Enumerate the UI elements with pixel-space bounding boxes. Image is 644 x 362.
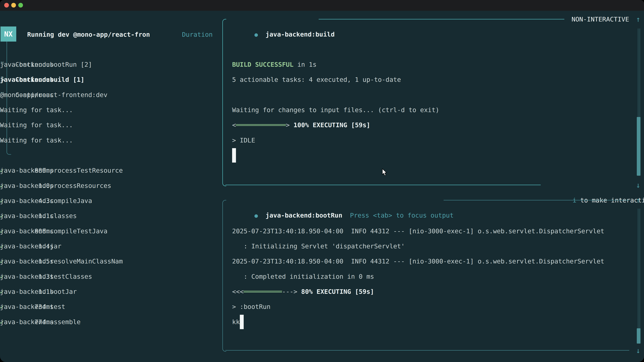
interactive-hint: i to make interactive: [550, 178, 644, 193]
build-panel-title: java-backend:build: [266, 31, 335, 38]
bootrun-panel-border: [222, 200, 226, 352]
task-duration: 889ms: [0, 163, 54, 178]
task-duration: 1.1s: [0, 208, 54, 223]
task-label: Waiting for task...: [0, 117, 73, 133]
bootrun-panel-top-border: [444, 200, 630, 200]
close-window-icon[interactable]: [4, 3, 9, 7]
bootrun-output-line: > :bootRun: [232, 299, 270, 314]
task-duration: 1.3s: [0, 269, 54, 284]
task-duration: 808ms: [0, 224, 54, 239]
task-label: Waiting for task...: [0, 133, 73, 148]
build-output-line: 5 actionable tasks: 4 executed, 1 up-to-…: [232, 72, 401, 87]
build-terminal-cursor: [232, 148, 236, 163]
task-status: Continuous: [0, 87, 54, 102]
task-status: Continuous: [0, 72, 54, 87]
build-scroll-down-icon[interactable]: ↓: [636, 178, 640, 193]
bootrun-scrollbar-thumb[interactable]: [637, 328, 640, 344]
build-panel-border: [222, 19, 226, 186]
build-panel-top-border: [319, 19, 564, 19]
build-output-line: <═════════════> 100% EXECUTING [59s]: [232, 117, 370, 133]
bootrun-panel-title: java-backend:bootRun: [266, 212, 342, 219]
pagination: ← 1/2 →: [8, 344, 58, 359]
bootrun-output-line: : Initializing Servlet 'dispatcherServle…: [232, 239, 405, 254]
build-output-line: Waiting for changes to input files... (c…: [232, 102, 439, 117]
build-panel-header: ● java-backend:build: [232, 12, 334, 27]
task-duration: 1.4s: [0, 239, 54, 254]
minimize-window-icon[interactable]: [11, 3, 16, 7]
task-duration: 1.1s: [0, 284, 54, 299]
build-output-line: BUILD SUCCESSFUL in 1s: [232, 57, 316, 72]
task-status: Continuous: [0, 57, 54, 72]
duration-column-header: Duration: [168, 27, 213, 42]
bootrun-panel-header: ● java-backend:bootRun Press <tab> to fo…: [232, 193, 454, 208]
task-duration: 774ms: [0, 314, 54, 330]
task-duration: 734ms: [0, 299, 54, 314]
task-label: Waiting for task...: [0, 102, 73, 117]
mouse-cursor: [382, 168, 388, 176]
bootrun-panel-bottom-border: [226, 350, 629, 351]
bootrun-output-line: <<<══════════---> 80% EXECUTING [59s]: [232, 284, 374, 299]
build-output-line: > IDLE: [232, 133, 255, 148]
bootrun-scrollbar-track[interactable]: [638, 209, 640, 344]
non-interactive-badge: NON-INTERACTIVE: [572, 12, 629, 27]
zoom-window-icon[interactable]: [18, 3, 23, 7]
bootrun-scroll-down-icon[interactable]: ↓: [636, 343, 640, 358]
task-duration: 4.3s: [0, 193, 54, 208]
build-scroll-up-icon[interactable]: ↑: [636, 12, 640, 27]
bootrun-output-line: kk: [232, 314, 240, 330]
bootrun-output-line: : Completed initialization in 0 ms: [232, 269, 374, 284]
bootrun-output-line: 2025-07-23T13:40:18.950-04:00 INFO 44312…: [232, 254, 604, 269]
bootrun-scroll-up-icon[interactable]: ↑: [636, 193, 640, 208]
task-duration: 1.5s: [0, 254, 54, 269]
build-scrollbar-thumb[interactable]: [637, 117, 640, 176]
sidebar-title: Running dev @mono-app/react-fron: [27, 27, 150, 42]
terminal-window: NX Running dev @mono-app/react-fron Dura…: [0, 0, 644, 362]
nx-logo: NX: [0, 26, 16, 41]
bootrun-output-line: 2025-07-23T13:40:18.950-04:00 INFO 44312…: [232, 224, 604, 239]
keyboard-hints: quit: q help: ?: [100, 344, 212, 359]
bootrun-terminal-cursor: [240, 315, 244, 329]
running-task-dot-icon: ●: [254, 31, 258, 38]
task-duration: 1.0s: [0, 178, 54, 193]
focus-output-hint: Press <tab> to focus output: [350, 212, 454, 219]
window-titlebar: [0, 0, 644, 11]
running-task-dot-icon: ●: [254, 212, 258, 219]
build-panel-bottom-border: [226, 185, 541, 185]
